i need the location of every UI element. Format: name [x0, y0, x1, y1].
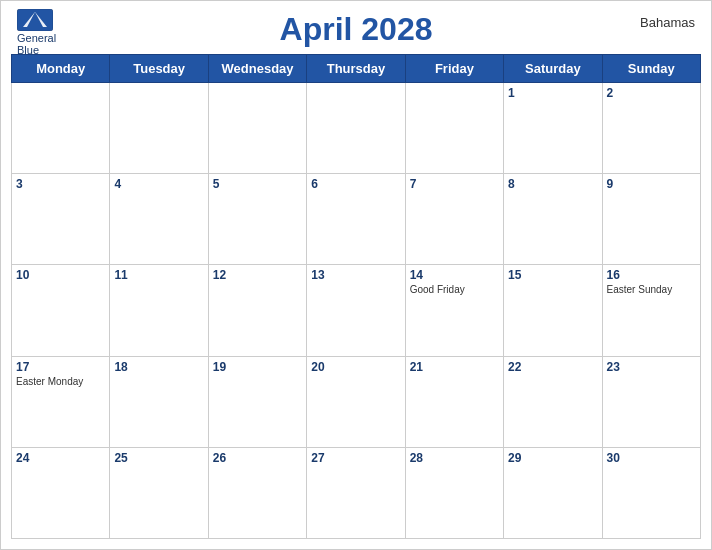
calendar-cell: 8 [504, 174, 602, 265]
calendar-cell: 16Easter Sunday [602, 265, 700, 356]
calendar-cell: 28 [405, 447, 503, 538]
calendar-container: MondayTuesdayWednesdayThursdayFridaySatu… [1, 54, 711, 549]
calendar-cell: 27 [307, 447, 405, 538]
day-number: 23 [607, 360, 696, 374]
calendar-table: MondayTuesdayWednesdayThursdayFridaySatu… [11, 54, 701, 539]
day-number: 10 [16, 268, 105, 282]
day-number: 7 [410, 177, 499, 191]
day-number: 15 [508, 268, 597, 282]
calendar-cell: 30 [602, 447, 700, 538]
header: General Blue April 2028 Bahamas [1, 1, 711, 54]
day-number: 4 [114, 177, 203, 191]
weekday-header-monday: Monday [12, 55, 110, 83]
day-number: 27 [311, 451, 400, 465]
day-number: 22 [508, 360, 597, 374]
calendar-cell: 9 [602, 174, 700, 265]
day-number: 19 [213, 360, 302, 374]
calendar-week-row: 1011121314Good Friday1516Easter Sunday [12, 265, 701, 356]
day-number: 16 [607, 268, 696, 282]
day-number: 13 [311, 268, 400, 282]
calendar-cell [12, 83, 110, 174]
calendar-cell: 24 [12, 447, 110, 538]
day-number: 6 [311, 177, 400, 191]
day-number: 8 [508, 177, 597, 191]
logo-text-line2: Blue [17, 44, 39, 56]
day-number: 30 [607, 451, 696, 465]
calendar-cell: 12 [208, 265, 306, 356]
calendar-cell: 4 [110, 174, 208, 265]
day-number: 26 [213, 451, 302, 465]
calendar-page: General Blue April 2028 Bahamas MondayTu… [0, 0, 712, 550]
calendar-cell: 3 [12, 174, 110, 265]
calendar-cell: 6 [307, 174, 405, 265]
calendar-cell: 22 [504, 356, 602, 447]
weekday-header-wednesday: Wednesday [208, 55, 306, 83]
calendar-week-row: 3456789 [12, 174, 701, 265]
weekday-header-sunday: Sunday [602, 55, 700, 83]
calendar-cell: 17Easter Monday [12, 356, 110, 447]
day-number: 11 [114, 268, 203, 282]
calendar-cell [208, 83, 306, 174]
calendar-cell: 19 [208, 356, 306, 447]
calendar-week-row: 24252627282930 [12, 447, 701, 538]
day-number: 29 [508, 451, 597, 465]
day-number: 24 [16, 451, 105, 465]
weekday-header-tuesday: Tuesday [110, 55, 208, 83]
calendar-cell: 13 [307, 265, 405, 356]
day-number: 2 [607, 86, 696, 100]
calendar-cell: 26 [208, 447, 306, 538]
day-number: 21 [410, 360, 499, 374]
calendar-cell: 25 [110, 447, 208, 538]
calendar-week-row: 17Easter Monday181920212223 [12, 356, 701, 447]
day-number: 20 [311, 360, 400, 374]
calendar-cell: 18 [110, 356, 208, 447]
day-number: 17 [16, 360, 105, 374]
day-number: 28 [410, 451, 499, 465]
calendar-cell [110, 83, 208, 174]
calendar-cell: 5 [208, 174, 306, 265]
day-number: 12 [213, 268, 302, 282]
day-number: 9 [607, 177, 696, 191]
calendar-cell: 15 [504, 265, 602, 356]
calendar-cell: 29 [504, 447, 602, 538]
calendar-cell [405, 83, 503, 174]
calendar-cell: 7 [405, 174, 503, 265]
day-number: 5 [213, 177, 302, 191]
weekday-header-saturday: Saturday [504, 55, 602, 83]
calendar-cell: 21 [405, 356, 503, 447]
weekday-header-row: MondayTuesdayWednesdayThursdayFridaySatu… [12, 55, 701, 83]
holiday-label: Easter Monday [16, 376, 105, 388]
day-number: 3 [16, 177, 105, 191]
weekday-header-thursday: Thursday [307, 55, 405, 83]
calendar-cell: 1 [504, 83, 602, 174]
day-number: 14 [410, 268, 499, 282]
country-label: Bahamas [640, 15, 695, 30]
day-number: 1 [508, 86, 597, 100]
generalblue-logo-icon [17, 9, 53, 31]
holiday-label: Easter Sunday [607, 284, 696, 296]
logo-text-line1: General [17, 32, 56, 44]
calendar-cell [307, 83, 405, 174]
calendar-cell: 11 [110, 265, 208, 356]
weekday-header-friday: Friday [405, 55, 503, 83]
calendar-week-row: 12 [12, 83, 701, 174]
calendar-cell: 20 [307, 356, 405, 447]
day-number: 25 [114, 451, 203, 465]
calendar-cell: 10 [12, 265, 110, 356]
calendar-cell: 14Good Friday [405, 265, 503, 356]
logo: General Blue [17, 9, 56, 56]
calendar-cell: 23 [602, 356, 700, 447]
calendar-cell: 2 [602, 83, 700, 174]
month-title: April 2028 [280, 11, 433, 48]
day-number: 18 [114, 360, 203, 374]
holiday-label: Good Friday [410, 284, 499, 296]
